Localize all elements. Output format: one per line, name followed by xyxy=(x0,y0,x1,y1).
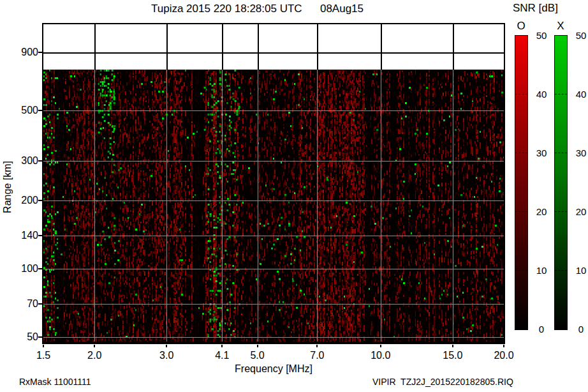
y-tick-label: 140 xyxy=(10,230,38,241)
x-tick-label: 7.0 xyxy=(310,350,324,361)
x-colorbar xyxy=(554,35,568,330)
y-tick-mark xyxy=(38,303,42,305)
x-tick-mark xyxy=(503,345,504,347)
x-tick-mark xyxy=(221,345,223,347)
x-colorbar-tick-dash xyxy=(555,94,567,94)
x-tick-label: 3.0 xyxy=(159,350,173,361)
x-tick-label: 4.1 xyxy=(215,350,229,361)
y-tick-label: 50 xyxy=(10,331,38,343)
o-colorbar xyxy=(515,35,528,330)
ionogram-screen: Tupiza 2015 220 18:28:05 UTC 08Aug15 Ran… xyxy=(0,0,588,392)
x-tick-label: 20.0 xyxy=(494,350,513,361)
x-polarization-label: X xyxy=(557,20,564,33)
y-tick-mark xyxy=(38,110,42,111)
plot-area xyxy=(42,23,505,344)
x-tick-mark xyxy=(257,345,258,347)
title-gap xyxy=(302,3,320,15)
o-colorbar-tick-label: 30 xyxy=(531,147,552,158)
title-date: 08Aug15 xyxy=(320,3,364,15)
y-tick-label: 100 xyxy=(10,263,38,275)
colorbar-title: SNR [dB] xyxy=(513,2,558,15)
y-tick-mark xyxy=(38,200,42,201)
x-tick-mark xyxy=(43,345,44,347)
x-colorbar-tick-label: 0 xyxy=(571,324,588,335)
y-tick-mark xyxy=(38,336,42,338)
x-colorbar-tick-dash xyxy=(555,270,567,271)
y-tick-label: 200 xyxy=(10,195,38,206)
o-colorbar-tick-dash xyxy=(515,153,527,153)
x-tick-mark xyxy=(316,345,318,347)
y-tick-mark xyxy=(38,52,42,53)
x-tick-label: 1.5 xyxy=(36,350,50,361)
y-tick-label: 300 xyxy=(10,155,38,167)
y-tick-mark xyxy=(38,235,42,236)
o-colorbar-tick-label: 0 xyxy=(531,324,552,335)
y-tick-mark xyxy=(38,160,42,162)
x-colorbar-tick-label: 20 xyxy=(571,206,588,217)
y-tick-label: 500 xyxy=(10,105,38,116)
o-polarization-label: O xyxy=(517,20,525,33)
y-tick-mark xyxy=(38,268,42,269)
x-tick-label: 10.0 xyxy=(371,350,390,361)
o-colorbar-tick-label: 50 xyxy=(531,30,552,41)
rxmask-text: RxMask 11001111 xyxy=(19,377,91,387)
x-tick-mark xyxy=(452,345,453,347)
x-colorbar-tick-label: 40 xyxy=(571,89,588,100)
x-tick-mark xyxy=(380,345,381,347)
x-tick-mark xyxy=(166,345,167,347)
title-station-time: Tupiza 2015 220 18:28:05 UTC xyxy=(151,3,302,15)
o-colorbar-tick-label: 10 xyxy=(531,265,552,276)
o-colorbar-tick-label: 40 xyxy=(531,89,552,100)
x-tick-label: 5.0 xyxy=(250,350,264,361)
y-tick-label: 70 xyxy=(10,298,38,310)
x-colorbar-tick-label: 10 xyxy=(571,265,588,276)
x-colorbar-tick-label: 30 xyxy=(571,147,588,158)
y-tick-label: 900 xyxy=(10,47,38,58)
x-axis-title: Frequency [MHz] xyxy=(235,363,312,375)
x-colorbar-tick-label: 50 xyxy=(571,30,588,41)
o-colorbar-tick-label: 20 xyxy=(531,206,552,217)
x-tick-label: 15.0 xyxy=(443,350,462,361)
o-colorbar-tick-dash xyxy=(515,270,527,271)
x-tick-label: 2.0 xyxy=(87,350,101,361)
x-colorbar-tick-dash xyxy=(555,153,567,153)
page-title: Tupiza 2015 220 18:28:05 UTC 08Aug15 xyxy=(151,3,364,15)
o-colorbar-tick-dash xyxy=(515,94,527,94)
ionogram-heatmap xyxy=(43,24,504,342)
o-colorbar-tick-dash xyxy=(515,211,527,212)
x-tick-mark xyxy=(94,345,95,347)
source-file-text: VIPIR TZJ2J_2015220182805.RIQ xyxy=(372,377,513,387)
x-colorbar-tick-dash xyxy=(555,211,567,212)
